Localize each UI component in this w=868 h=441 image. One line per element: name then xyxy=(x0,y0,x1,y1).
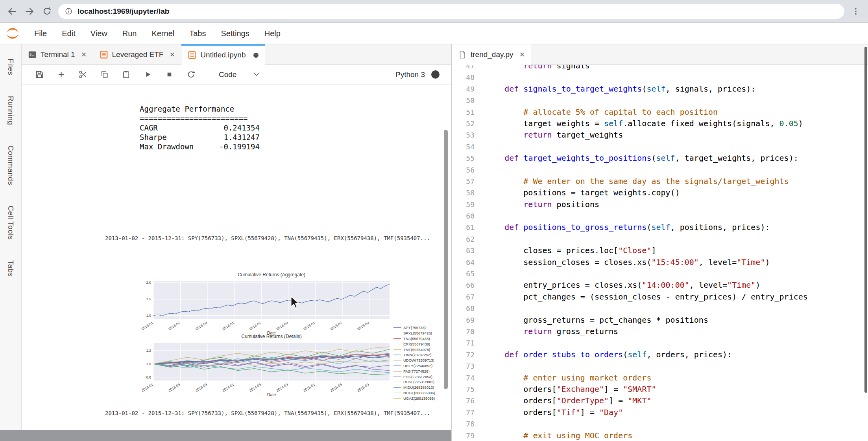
legend-label: YINN(70737252) xyxy=(403,353,431,357)
code-text: closes = prices.loc["Close"] xyxy=(486,246,656,255)
legend-item: RUSL(225312882) xyxy=(393,379,451,385)
sidebar-tab-files[interactable]: Files xyxy=(6,48,15,86)
editor-line: 71 xyxy=(452,337,868,349)
sidebar-tab-commands[interactable]: Commands xyxy=(6,135,15,195)
editor-line: 59 return positions xyxy=(452,199,868,210)
address-bar[interactable]: localhost:1969/jupyter/lab xyxy=(58,4,844,19)
line-number: 72 xyxy=(452,349,480,360)
menu-item-settings[interactable]: Settings xyxy=(213,23,257,44)
tab-close-icon[interactable]: × xyxy=(81,50,87,59)
svg-text:2013-09: 2013-09 xyxy=(195,321,208,331)
line-number: 79 xyxy=(452,430,480,441)
line-number: 77 xyxy=(452,407,480,418)
horizontal-scrollbar[interactable] xyxy=(0,430,451,441)
line-number: 76 xyxy=(452,395,480,406)
menu-item-view[interactable]: View xyxy=(83,23,115,44)
legend-item: YINN(70737252) xyxy=(393,352,451,358)
legend-item: EDC(223512853) xyxy=(393,374,451,379)
svg-text:2014-05: 2014-05 xyxy=(249,382,262,393)
menu-item-edit[interactable]: Edit xyxy=(54,23,83,44)
code-text: positions = target_weights.copy() xyxy=(486,188,680,197)
forward-arrow-icon xyxy=(24,6,35,17)
forward-button[interactable] xyxy=(24,6,35,17)
legend-swatch xyxy=(393,398,401,399)
svg-text:2013-09: 2013-09 xyxy=(195,382,208,393)
add-icon[interactable] xyxy=(56,70,66,79)
editor-line: 69 gross_returns = pct_changes * positio… xyxy=(452,314,868,326)
editor-line: 66 entry_prices = closes.xs("14:00:00", … xyxy=(452,279,868,291)
menu-item-run[interactable]: Run xyxy=(115,23,144,44)
svg-text:2.0: 2.0 xyxy=(146,281,151,285)
legend-swatch xyxy=(393,366,401,366)
sidebar-tab-running[interactable]: Running xyxy=(6,86,15,135)
line-number: 50 xyxy=(452,95,480,106)
legend-label: FAS(77274826) xyxy=(403,369,430,373)
jupyter-logo xyxy=(5,26,20,41)
sidebar-tab-tabs[interactable]: Tabs xyxy=(6,250,15,287)
svg-text:1.5: 1.5 xyxy=(146,297,151,301)
tab-terminal-1[interactable]: Terminal 1× xyxy=(22,44,93,64)
line-number: 55 xyxy=(452,153,480,164)
legend-swatch xyxy=(393,338,401,339)
save-icon[interactable] xyxy=(35,70,44,79)
code-text: orders["Exchange"] = "SMART" xyxy=(486,384,656,394)
editor-line: 70 return gross_returns xyxy=(452,326,868,337)
editor-line: 67 pct_changes = (session_closes - entry… xyxy=(452,291,868,303)
stop-icon[interactable] xyxy=(164,70,174,79)
line-number: 62 xyxy=(452,233,480,245)
browser-toolbar: localhost:1969/jupyter/lab xyxy=(0,0,868,23)
tab-untitled-ipynb[interactable]: Untitled.ipynb xyxy=(181,44,265,65)
legend-label: URTY(72540852) xyxy=(403,364,432,368)
menu-item-help[interactable]: Help xyxy=(257,23,288,44)
line-number: 71 xyxy=(452,337,480,349)
tab-close-icon[interactable]: × xyxy=(519,50,524,59)
sidebar-tab-cell-tools[interactable]: Cell Tools xyxy=(6,195,15,250)
legend-item: UGAZ(299136055) xyxy=(393,395,451,401)
restart-icon[interactable] xyxy=(186,70,196,79)
editor-vertical-scrollbar[interactable] xyxy=(864,47,867,393)
code-text: pct_changes = (session_closes - entry_pr… xyxy=(486,292,808,301)
notebook-panel: Terminal 1×Leveraged ETF×Untitled.ipynb … xyxy=(22,44,451,430)
code-editor[interactable]: 47 return signals4849 def signals_to_tar… xyxy=(452,65,868,441)
file-icon xyxy=(458,50,467,59)
chevron-down-icon xyxy=(254,73,259,76)
legend-label: RUSL(225312882) xyxy=(403,380,434,384)
editor-line: 79 # exit using MOC orders xyxy=(452,430,868,441)
reload-button[interactable] xyxy=(41,6,53,17)
notebook-vertical-scrollbar[interactable] xyxy=(444,130,448,389)
menu-item-file[interactable]: File xyxy=(27,23,54,44)
line-number: 54 xyxy=(452,141,480,153)
svg-text:1.0: 1.0 xyxy=(146,362,151,366)
notebook-icon xyxy=(188,51,196,59)
perf-label: CAGR xyxy=(140,123,211,132)
run-icon[interactable] xyxy=(143,70,152,79)
editor-line: 75 orders["Exchange"] = "SMART" xyxy=(452,384,868,395)
menu-item-kernel[interactable]: Kernel xyxy=(144,23,182,44)
browser-menu-button[interactable] xyxy=(850,6,862,17)
cell-type-dropdown[interactable]: Code xyxy=(219,70,259,79)
tab-close-icon[interactable]: × xyxy=(170,50,175,59)
back-button[interactable] xyxy=(6,6,18,17)
editor-line: 62 xyxy=(452,233,868,245)
perf-value: 1.431247 xyxy=(211,132,260,142)
line-number: 66 xyxy=(452,279,480,291)
legend-swatch xyxy=(393,333,401,333)
perf-row: Max Drawdown-0.199194 xyxy=(140,142,260,151)
perf-row: Sharpe1.431247 xyxy=(140,132,260,142)
line-number: 51 xyxy=(452,107,480,118)
legend-item: NUGT(268386096) xyxy=(393,390,451,396)
editor-line: 77 orders["Tif"] = "Day" xyxy=(452,407,868,418)
line-number: 75 xyxy=(452,384,480,395)
cut-icon[interactable] xyxy=(78,70,87,79)
svg-text:2015-09: 2015-09 xyxy=(356,382,369,393)
tab-trend-day-py[interactable]: trend_day.py× xyxy=(452,44,531,65)
legend-label: ERX(55679438) xyxy=(403,342,430,346)
line-number: 59 xyxy=(452,199,480,210)
tab-leveraged-etf[interactable]: Leveraged ETF× xyxy=(93,44,182,64)
copy-icon[interactable] xyxy=(100,70,109,79)
chart-legend: SPY(756733)SPXL(55679428)TNA(55679435)ER… xyxy=(393,325,451,401)
jupyterlab-window: localhost:1969/jupyter/lab FileEditViewR… xyxy=(0,0,868,441)
paste-icon[interactable] xyxy=(121,70,131,79)
menu-item-tabs[interactable]: Tabs xyxy=(182,23,213,44)
svg-text:2014-01: 2014-01 xyxy=(222,382,235,393)
